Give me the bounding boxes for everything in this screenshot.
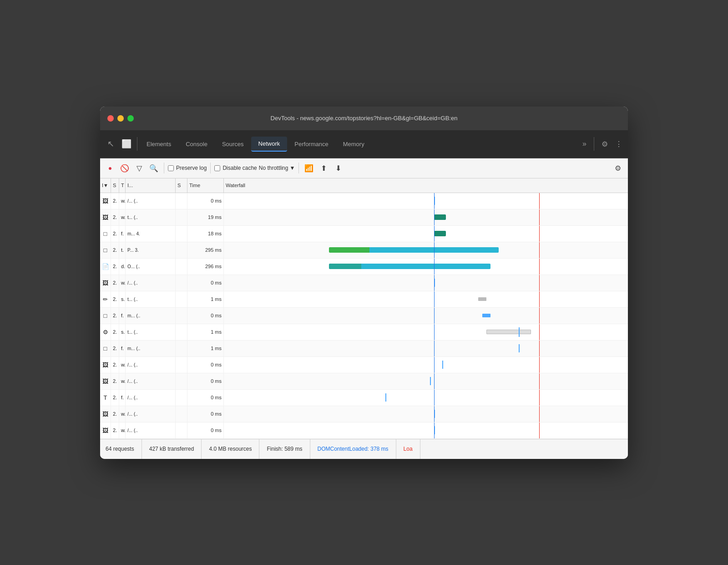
row-col2: w. [119, 373, 126, 389]
network-rows-container: 🖼2.w./... (..0 ms🖼2.w.t... (..19 ms□2.f.… [100, 193, 628, 439]
row-initiator: P... 3. [126, 242, 176, 258]
upload-icon[interactable]: ⬆ [317, 162, 330, 174]
wifi-icon[interactable]: 📶 [303, 162, 315, 174]
table-row[interactable]: 🖼2.w./... (..0 ms [100, 422, 628, 439]
row-icon: 🖼 [100, 422, 111, 438]
download-icon[interactable]: ⬇ [332, 162, 344, 174]
tab-memory[interactable]: Memory [336, 137, 372, 151]
table-row[interactable]: ✏2.s.t... (..1 ms [100, 291, 628, 308]
cursor-icon[interactable]: ↖ [104, 139, 118, 149]
col-indicator-label: I▼ [102, 183, 108, 188]
row-col1: 2. [111, 275, 119, 291]
load-time: Loa [396, 439, 420, 459]
row-size [176, 308, 187, 324]
preserve-log-label[interactable]: Preserve log [168, 165, 207, 171]
tab-elements[interactable]: Elements [139, 137, 178, 151]
disable-cache-text: Disable cache [222, 165, 257, 171]
row-size [176, 242, 187, 258]
col-header-time[interactable]: Time [187, 178, 224, 193]
table-row[interactable]: 🖼2.w./... (..0 ms [100, 275, 628, 291]
row-col1: 2. [111, 373, 119, 389]
row-initiator: t... (.. [126, 209, 176, 225]
filter-icon[interactable]: ▽ [133, 162, 146, 174]
more-tabs-icon[interactable]: » [581, 138, 588, 150]
title-bar: DevTools - news.google.com/topstories?hl… [100, 107, 628, 130]
table-row[interactable]: 🖼2.w./... (..0 ms [100, 357, 628, 373]
table-row[interactable]: 🖼2.w./... (..0 ms [100, 193, 628, 209]
maximize-button[interactable] [127, 115, 134, 122]
row-initiator: /... (.. [126, 193, 176, 209]
tab-network[interactable]: Network [251, 137, 288, 152]
minimize-button[interactable] [117, 115, 124, 122]
table-row[interactable]: 📄2.d.O... (..296 ms [100, 259, 628, 275]
row-time: 0 ms [187, 390, 224, 406]
table-header: I▼ S T I... S Time Waterfall [100, 178, 628, 193]
row-col1: 2. [111, 422, 119, 438]
col-header-indicator[interactable]: I▼ [100, 178, 111, 193]
close-button[interactable] [107, 115, 114, 122]
row-time: 0 ms [187, 357, 224, 373]
table-row[interactable]: 🖼2.w.t... (..19 ms [100, 209, 628, 226]
row-col1: 2. [111, 209, 119, 225]
col-header-initiator[interactable]: I... [126, 178, 176, 193]
disable-cache-label[interactable]: Disable cache [214, 165, 257, 171]
row-col1: 2. [111, 324, 119, 340]
row-icon: 📄 [100, 259, 111, 275]
row-size [176, 357, 187, 373]
row-col2: w. [119, 406, 126, 422]
row-col1: 2. [111, 341, 119, 356]
row-size [176, 259, 187, 275]
status-bar: 64 requests 427 kB transferred 4.0 MB re… [100, 439, 628, 459]
row-col2: f. [119, 226, 126, 242]
col-header-size[interactable]: S [176, 178, 187, 193]
traffic-lights [107, 115, 134, 122]
tab-performance[interactable]: Performance [287, 137, 335, 151]
table-row[interactable]: □2.f.m... (..0 ms [100, 308, 628, 324]
search-icon[interactable]: 🔍 [147, 162, 160, 174]
row-col1: 2. [111, 390, 119, 406]
tab-sources[interactable]: Sources [215, 137, 251, 151]
row-waterfall [224, 422, 628, 438]
row-waterfall [224, 209, 628, 225]
window-title: DevTools - news.google.com/topstories?hl… [271, 115, 458, 122]
row-col2: w. [119, 275, 126, 291]
row-initiator: m... (.. [126, 308, 176, 324]
row-icon: □ [100, 341, 111, 356]
settings-gear-icon[interactable]: ⚙ [600, 138, 610, 150]
tab-console[interactable]: Console [178, 137, 215, 151]
row-time: 1 ms [187, 291, 224, 307]
throttle-label: No throttling [259, 165, 288, 171]
row-icon: □ [100, 308, 111, 324]
disable-cache-checkbox[interactable] [214, 165, 220, 171]
col-header-type[interactable]: T [119, 178, 126, 193]
table-row[interactable]: □2.f.m... 4.18 ms [100, 226, 628, 242]
row-waterfall [224, 242, 628, 258]
row-size [176, 226, 187, 242]
table-row[interactable]: T2.f./... (..0 ms [100, 390, 628, 406]
table-row[interactable]: ⚙2.s.t... (..1 ms [100, 324, 628, 341]
device-toggle-icon[interactable]: ⬜ [118, 139, 135, 149]
more-options-icon[interactable]: ⋮ [613, 138, 624, 150]
row-icon: 🖼 [100, 193, 111, 209]
tab-separator [137, 137, 137, 151]
row-waterfall [224, 259, 628, 275]
row-initiator: m... (.. [126, 341, 176, 356]
preserve-log-checkbox[interactable] [168, 165, 174, 171]
row-time: 296 ms [187, 259, 224, 275]
throttle-dropdown[interactable]: No throttling ▼ [259, 165, 295, 171]
network-settings-gear-icon[interactable]: ⚙ [612, 162, 624, 174]
col-header-waterfall[interactable]: Waterfall [224, 178, 628, 193]
clear-button[interactable]: 🚫 [118, 162, 131, 174]
col-size-label: S [177, 183, 181, 188]
toolbar-divider-1 [164, 163, 164, 173]
table-row[interactable]: 🖼2.w./... (..0 ms [100, 373, 628, 390]
table-row[interactable]: 🖼2.w./... (..0 ms [100, 406, 628, 422]
row-initiator: t... (.. [126, 324, 176, 340]
col-waterfall-label: Waterfall [226, 183, 245, 188]
col-header-status[interactable]: S [111, 178, 119, 193]
row-waterfall [224, 275, 628, 291]
table-row[interactable]: □2.f.m... (..1 ms [100, 341, 628, 357]
table-row[interactable]: □2.t.P... 3.295 ms [100, 242, 628, 259]
record-button[interactable]: ● [104, 162, 116, 174]
row-initiator: /... (.. [126, 357, 176, 373]
